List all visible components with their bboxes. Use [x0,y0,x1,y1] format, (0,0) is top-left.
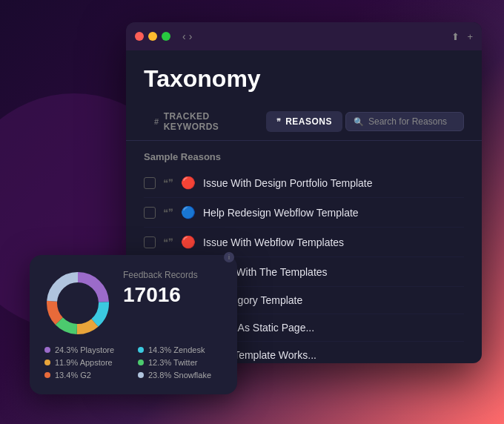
quote-icon-2: ❝❞ [163,207,173,218]
tab-tracked-keywords[interactable]: # TRACKED KEYWORDS [144,106,263,137]
tab-reasons-label: REASONS [285,116,332,127]
quote-icon-1: ❝❞ [163,177,173,188]
reason-row: ❝❞ 🔴 Issue With Webflow Templates [144,228,464,257]
legend-dot-zendesk [138,347,144,353]
new-tab-icon[interactable]: + [467,31,473,42]
legend-item-zendesk: 14.3% Zendesk [138,345,222,354]
donut-chart [44,270,111,337]
reason-checkbox-1[interactable] [144,177,156,189]
card-label: Feedback Records [123,270,222,280]
titlebar: ‹ › ⬆ + [126,22,482,50]
reason-emoji-1: 🔴 [181,176,196,190]
back-icon[interactable]: ‹ [182,30,186,42]
card-info: Feedback Records 17016 [123,270,222,307]
tab-reasons[interactable]: ❞ REASONS [266,111,342,132]
search-placeholder: Search for Reasons [368,116,447,127]
legend-item-twitter: 12.3% Twitter [138,358,222,367]
reason-row: ❝❞ 🔵 Help Redesign Webflow Template [144,198,464,228]
legend-dot-snowflake [138,372,144,378]
legend-label-appstore: 11.9% Appstore [55,358,113,367]
page-title: Taxonomy [144,65,464,93]
hash-icon: # [154,117,159,126]
legend-label-playstore: 24.3% Playstore [55,345,114,354]
search-icon: 🔍 [354,117,364,127]
traffic-lights [135,32,170,41]
section-header: Sample Reasons [144,141,464,168]
info-icon[interactable]: i [224,252,234,262]
card-top: Feedback Records 17016 [44,270,222,337]
minimize-button[interactable] [148,32,157,41]
legend-label-g2: 13.4% G2 [55,371,91,380]
reason-emoji-2: 🔵 [181,205,196,219]
legend-dot-g2 [44,372,50,378]
reason-checkbox-3[interactable] [144,236,156,248]
legend-item-g2: 13.4% G2 [44,371,129,380]
browser-actions: ⬆ + [451,31,473,42]
legend-dot-twitter [138,360,144,365]
legend-label-zendesk: 14.3% Zendesk [148,345,205,354]
card-number: 17016 [123,283,222,307]
search-box[interactable]: 🔍 Search for Reasons [345,112,464,131]
reason-row: ❝❞ 🔴 Issue With Design Portfolio Templat… [144,168,464,198]
reason-text-3: Issue With Webflow Templates [203,236,344,248]
reason-text-1: Issue With Design Portfolio Template [203,177,373,189]
tab-tracked-label: TRACKED KEYWORDS [164,111,253,132]
legend-item-snowflake: 23.8% Snowflake [138,371,222,380]
legend-label-twitter: 12.3% Twitter [148,358,197,367]
tabs-bar: # TRACKED KEYWORDS ❞ REASONS 🔍 Search fo… [144,106,464,137]
reason-text-2: Help Redesign Webflow Template [203,207,359,219]
legend-item-appstore: 11.9% Appstore [44,358,129,367]
reason-emoji-3: 🔴 [181,235,196,249]
feedback-card: i Feedback Records 17016 [30,255,237,394]
maximize-button[interactable] [162,32,170,41]
nav-buttons: ‹ › [182,30,192,42]
reason-checkbox-2[interactable] [144,207,156,219]
legend-dot-appstore [44,360,50,365]
close-button[interactable] [135,32,144,41]
forward-icon[interactable]: › [189,30,193,42]
quote-icon-3: ❝❞ [163,236,173,248]
legend-label-snowflake: 23.8% Snowflake [148,371,211,380]
legend-item-playstore: 24.3% Playstore [44,345,129,354]
share-icon[interactable]: ⬆ [451,31,460,42]
quotes-icon: ❞ [276,117,282,127]
legend-grid: 24.3% Playstore 14.3% Zendesk 11.9% Apps… [44,345,222,380]
legend-dot-playstore [44,347,50,353]
